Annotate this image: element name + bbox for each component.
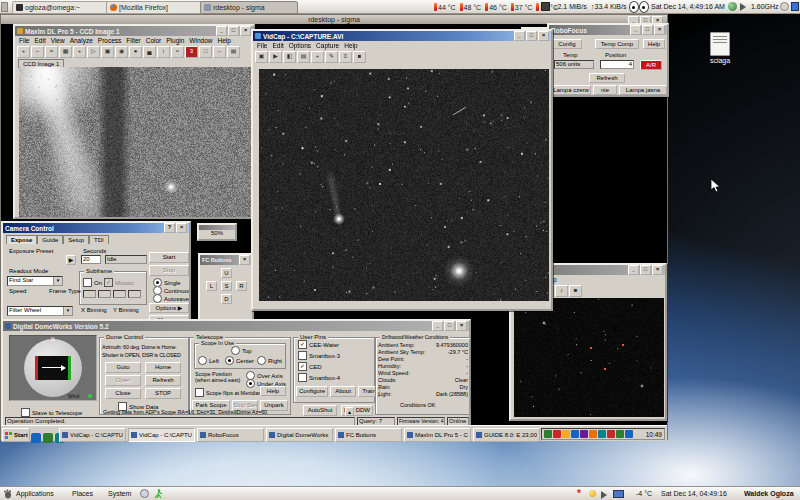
log-spin-button[interactable]: ▴: [345, 407, 354, 416]
taskbar-task[interactable]: Digital DomeWorks Versi...: [266, 428, 333, 442]
histogram-icon[interactable]: ▄: [143, 46, 156, 58]
maximize-icon[interactable]: □: [642, 25, 653, 35]
edit-icon[interactable]: ✎: [325, 51, 338, 63]
taskbar-task[interactable]: VidCap - C:\CAPTURE.AVI: [128, 428, 195, 442]
taskbar-task[interactable]: GUIDE 8.0: E 23,000 sk...: [473, 428, 540, 442]
speaker-icon[interactable]: [601, 491, 611, 499]
bright-lamp-button[interactable]: Lampa jasna: [619, 85, 667, 95]
scope-top-radio[interactable]: [231, 346, 240, 355]
maximize-icon[interactable]: □: [228, 26, 239, 36]
grid-icon[interactable]: ▤: [227, 46, 240, 58]
zoom-actual-icon[interactable]: =: [45, 46, 58, 58]
exposure-preset-select[interactable]: Find Star: [7, 276, 63, 286]
slew-stop-button[interactable]: S: [221, 281, 232, 291]
taskbar-task[interactable]: FC Buttons: [335, 428, 402, 442]
tab-tdi[interactable]: TDI: [89, 235, 109, 244]
taskbar-task[interactable]: RoboFocus: [197, 428, 264, 442]
menu-item-capture[interactable]: Capture: [316, 42, 339, 49]
options-button[interactable]: Options ▶: [149, 303, 189, 313]
cpu-monitor-icon[interactable]: [541, 2, 550, 11]
slave-checkbox[interactable]: [21, 408, 30, 417]
preset-arrow-button[interactable]: ▶: [66, 255, 76, 265]
prefs-icon[interactable]: ≡: [339, 51, 352, 63]
slew-right-button[interactable]: R: [236, 281, 247, 291]
about-button[interactable]: About: [330, 386, 356, 397]
vidcap-video-comet[interactable]: [259, 69, 549, 301]
window-button-rdesktop[interactable]: rdesktop - sigma: [200, 1, 298, 14]
palette-icon[interactable]: ▤: [297, 51, 310, 63]
red-lamp-button[interactable]: Lampa czerw: [551, 85, 591, 95]
user-pin-checkbox[interactable]: ✓: [298, 340, 307, 349]
start-button[interactable]: Start: [149, 252, 189, 263]
tray-icon[interactable]: [553, 430, 561, 438]
tray-icon[interactable]: [544, 430, 552, 438]
config-button[interactable]: Config: [552, 39, 582, 49]
camera-control-titlebar[interactable]: Camera Control ?×: [3, 223, 189, 233]
image-icon[interactable]: ▣: [101, 46, 114, 58]
menu-places[interactable]: Places: [72, 490, 93, 497]
tray-icon[interactable]: [580, 430, 588, 438]
slew-down-button[interactable]: D: [221, 294, 232, 304]
minimize-icon[interactable]: _: [628, 265, 639, 275]
document-icon[interactable]: □: [199, 46, 212, 58]
minimize-icon[interactable]: _: [216, 26, 227, 36]
copy-icon[interactable]: ◧: [283, 51, 296, 63]
menu-item-edit[interactable]: Edit: [272, 42, 283, 49]
domeworks-titlebar[interactable]: Digital DomeWorks Version 5.2 _□×: [3, 321, 469, 331]
vidcap-titlebar[interactable]: VidCap - C:\CAPTURE.AVI _□×: [253, 31, 551, 41]
robofocus-titlebar[interactable]: RoboFocus _□×: [549, 25, 667, 35]
user-pin-checkbox[interactable]: [298, 351, 307, 360]
refresh-button[interactable]: Refresh: [589, 73, 625, 83]
refresh-button[interactable]: Refresh: [145, 375, 181, 386]
close-icon[interactable]: ×: [538, 31, 549, 41]
close-icon[interactable]: ×: [239, 255, 250, 265]
stop-icon[interactable]: ■: [569, 285, 582, 297]
taskbar-task[interactable]: MaxIm DL Pro 5 - CCD I...: [404, 428, 471, 442]
globe-icon[interactable]: [728, 2, 737, 11]
quick-launch-icon[interactable]: [43, 433, 53, 443]
ccd-comet-image[interactable]: [19, 67, 253, 217]
tray-icon[interactable]: [571, 430, 579, 438]
open-button[interactable]: Open: [105, 375, 141, 386]
under-axis-radio[interactable]: [246, 379, 255, 388]
tray-icon[interactable]: [607, 430, 615, 438]
desktop-icon-sciaga[interactable]: sciaga: [700, 32, 740, 64]
window-button-terminal[interactable]: ogloza@omega:~: [12, 1, 110, 14]
subframe-x-field[interactable]: [83, 290, 96, 298]
graph-icon[interactable]: ≈: [171, 46, 184, 58]
capture-video-icon[interactable]: ▶: [269, 51, 282, 63]
seconds-input[interactable]: 20: [81, 255, 101, 264]
slew-left-button[interactable]: L: [206, 281, 217, 291]
configure-button[interactable]: Configure: [296, 386, 328, 397]
scope-center-radio[interactable]: [225, 356, 234, 365]
zoom-out-icon[interactable]: −: [31, 46, 44, 58]
menu-item-window[interactable]: Window: [189, 37, 212, 44]
close-shutter-button[interactable]: Close: [105, 388, 141, 399]
menu-item-process[interactable]: Process: [98, 37, 121, 44]
tab-guide[interactable]: Guide: [37, 235, 63, 244]
help-icon[interactable]: ?: [164, 223, 175, 233]
help-button[interactable]: Help: [260, 386, 286, 396]
maximize-icon[interactable]: □: [444, 321, 455, 331]
subframe-h-field[interactable]: [128, 290, 141, 298]
crosshair-icon[interactable]: +: [73, 46, 86, 58]
menu-item-help[interactable]: Help: [344, 42, 357, 49]
window-button-firefox[interactable]: [Mozilla Firefox]: [106, 1, 204, 14]
menu-applications[interactable]: Applications: [16, 490, 54, 497]
help-icon[interactable]: [140, 489, 149, 498]
stop-icon[interactable]: ■: [353, 51, 366, 63]
screen-stretch-icon[interactable]: ▦: [59, 46, 72, 58]
tray-icon[interactable]: [625, 430, 633, 438]
tray-icon[interactable]: [589, 430, 597, 438]
info-icon[interactable]: i: [157, 46, 170, 58]
minimize-icon[interactable]: _: [630, 25, 641, 35]
maximize-icon[interactable]: □: [640, 265, 651, 275]
stop-dome-button[interactable]: STOP: [145, 388, 181, 399]
quick-launch-icon[interactable]: [31, 433, 41, 443]
close-icon[interactable]: ×: [652, 265, 663, 275]
user-pin-checkbox[interactable]: ✓: [298, 362, 307, 371]
menu-item-file[interactable]: File: [19, 37, 29, 44]
camera-control-icon[interactable]: ◉: [115, 46, 128, 58]
menu-item-filter[interactable]: Filter: [126, 37, 140, 44]
menu-item-color[interactable]: Color: [146, 37, 162, 44]
